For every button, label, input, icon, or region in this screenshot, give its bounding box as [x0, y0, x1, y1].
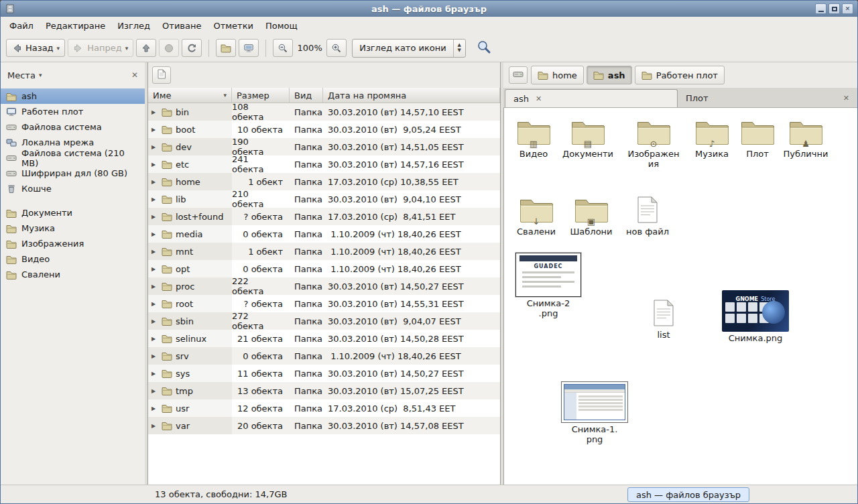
table-row-media[interactable]: ▶media0 обектаПапка 1.10.2009 (чт) 18,40… — [148, 225, 500, 243]
tab-ash[interactable]: ash✕ — [505, 89, 678, 107]
expander-icon[interactable]: ▶ — [151, 196, 158, 202]
table-row-srv[interactable]: ▶srv0 обектаПапка 1.10.2009 (чт) 18,40,2… — [148, 347, 500, 365]
menu-item-3[interactable]: Изглед — [111, 18, 156, 34]
expander-icon[interactable]: ▶ — [151, 353, 158, 359]
icon-item-snimka1[interactable]: Снимка-1.png — [558, 381, 631, 445]
table-row-tmp[interactable]: ▶tmp13 обектаПапка30.03.2010 (вт) 15,07,… — [148, 382, 500, 399]
maximize-button[interactable] — [829, 3, 840, 14]
computer-button[interactable] — [239, 39, 259, 57]
column-header-Име[interactable]: Име▾ — [148, 88, 232, 103]
expander-icon[interactable]: ▶ — [151, 127, 158, 133]
tab-close-icon[interactable]: ✕ — [536, 94, 542, 103]
icon-item-list[interactable]: list — [641, 300, 686, 340]
home-button[interactable] — [216, 39, 236, 57]
icon-item-plot[interactable]: Плот — [737, 119, 778, 160]
pathbar-button-ash[interactable]: ash — [587, 66, 632, 84]
table-row-sys[interactable]: ▶sys11 обектаПапка30.03.2010 (вт) 14,50,… — [148, 365, 500, 382]
expander-icon[interactable]: ▶ — [151, 423, 158, 429]
places-dropdown-icon[interactable]: ▾ — [39, 72, 42, 78]
table-row-boot[interactable]: ▶boot10 обектаПапка30.03.2010 (вт) 9,05,… — [148, 121, 500, 138]
search-button[interactable] — [477, 40, 491, 56]
list-pane-location-button[interactable] — [152, 66, 171, 84]
zoom-out-button[interactable] — [273, 39, 293, 57]
expander-icon[interactable]: ▶ — [151, 284, 158, 290]
icon-item-snimka2[interactable]: GUADECСнимка-2.png — [513, 253, 583, 319]
expander-icon[interactable]: ▶ — [151, 405, 158, 412]
table-row-bin[interactable]: ▶bin108 обектаПапка30.03.2010 (вт) 14,57… — [148, 103, 500, 121]
sidebar-item-Работен плот[interactable]: Работен плот — [1, 104, 145, 119]
sidebar-item-Свалени[interactable]: Свалени — [1, 267, 145, 282]
expander-icon[interactable]: ▶ — [151, 371, 158, 377]
expander-icon[interactable]: ▶ — [151, 162, 158, 168]
icon-item-documents[interactable]: ▤Документи — [559, 119, 617, 160]
places-title[interactable]: Места — [7, 70, 36, 80]
pathbar-root-button[interactable] — [509, 66, 528, 84]
sidebar-item-Документи[interactable]: Документи — [1, 205, 145, 220]
minimize-button[interactable] — [815, 3, 826, 14]
sidebar-item-ash[interactable]: ash — [1, 88, 145, 104]
tab-Плот[interactable]: Плот✕ — [678, 89, 857, 107]
sidebar-item-Видео[interactable]: Видео — [1, 251, 145, 267]
icon-item-images[interactable]: ⊙Изображения — [625, 119, 682, 170]
forward-button[interactable]: Напред ▾ — [68, 39, 133, 57]
expander-icon[interactable]: ▶ — [151, 214, 158, 220]
view-selector[interactable]: Изглед като икони ▲▼ — [352, 39, 466, 58]
expander-icon[interactable]: ▶ — [151, 249, 158, 255]
sidebar-item-Шифриран дял (80 GB)[interactable]: Шифриран дял (80 GB) — [1, 166, 145, 181]
icon-item-snimka[interactable]: GNOME StoreСнимка.png — [719, 290, 792, 344]
table-row-proc[interactable]: ▶proc222 обектаПапка30.03.2010 (вт) 14,5… — [148, 277, 500, 295]
table-row-mnt[interactable]: ▶mnt1 обектПапка 1.10.2009 (чт) 18,40,26… — [148, 243, 500, 260]
icon-item-templates[interactable]: ▣Шаблони — [564, 196, 618, 237]
icon-item-public[interactable]: ♟Публични — [779, 119, 833, 160]
expander-icon[interactable]: ▶ — [151, 388, 158, 394]
expander-icon[interactable]: ▶ — [151, 179, 158, 185]
table-row-root[interactable]: ▶root? обектаПапка30.03.2010 (вт) 14,55,… — [148, 295, 500, 312]
close-button[interactable]: ✕ — [842, 3, 853, 14]
reload-button[interactable] — [182, 39, 202, 57]
sidebar-item-Файлова система (210 MB)[interactable]: Файлова система (210 MB) — [1, 150, 145, 166]
taskbar-window-button[interactable]: ash — файлов браузър — [627, 487, 749, 502]
menu-item-4[interactable]: Отиване — [156, 18, 207, 34]
pathbar-button-Работен плот[interactable]: Работен плот — [635, 66, 725, 84]
places-close-icon[interactable]: ✕ — [131, 70, 138, 80]
expander-icon[interactable]: ▶ — [151, 231, 158, 237]
icon-item-new-file[interactable]: нов файл — [623, 196, 672, 237]
table-row-usr[interactable]: ▶usr12 обектаПапка17.03.2010 (ср) 8,51,4… — [148, 399, 500, 417]
table-row-sbin[interactable]: ▶sbin272 обектаПапка30.03.2010 (вт) 9,04… — [148, 312, 500, 330]
back-dropdown-icon[interactable]: ▾ — [57, 45, 60, 52]
sidebar-item-Музика[interactable]: Музика — [1, 220, 145, 236]
sidebar-item-Изображения[interactable]: Изображения — [1, 236, 145, 251]
menu-item-2[interactable]: Редактиране — [40, 18, 111, 34]
expander-icon[interactable]: ▶ — [151, 266, 158, 272]
table-row-opt[interactable]: ▶opt0 обектаПапка 1.10.2009 (чт) 18,40,2… — [148, 260, 500, 277]
back-button[interactable]: Назад ▾ — [6, 39, 65, 57]
table-row-lost+found[interactable]: ▶lost+found? обектаПапка17.03.2010 (ср) … — [148, 208, 500, 225]
menu-item-5[interactable]: Отметки — [207, 18, 259, 34]
icon-item-downloads[interactable]: ↓Свалени — [509, 196, 563, 237]
column-header-Дата на промяна[interactable]: Дата на промяна — [323, 88, 500, 103]
pathbar-button-home[interactable]: home — [531, 66, 584, 84]
table-row-var[interactable]: ▶var20 обектаПапка30.03.2010 (вт) 14,57,… — [148, 417, 500, 434]
column-header-Размер[interactable]: Размер — [232, 88, 290, 103]
table-row-lib[interactable]: ▶lib210 обектаПапка30.03.2010 (вт) 9,04,… — [148, 190, 500, 208]
expander-icon[interactable]: ▶ — [151, 144, 158, 150]
expander-icon[interactable]: ▶ — [151, 336, 158, 342]
column-header-Вид[interactable]: Вид — [290, 88, 323, 103]
table-row-etc[interactable]: ▶etc241 обектаПапка30.03.2010 (вт) 14,57… — [148, 155, 500, 173]
icon-item-music[interactable]: ♪Музика — [688, 119, 735, 160]
expander-icon[interactable]: ▶ — [151, 109, 158, 115]
sidebar-item-Кошче[interactable]: Кошче — [1, 181, 145, 196]
icon-item-video[interactable]: ▥Видео — [509, 119, 558, 160]
view-selector-spinner-icon[interactable]: ▲▼ — [453, 40, 465, 57]
table-row-selinux[interactable]: ▶selinux21 обектаПапка30.03.2010 (вт) 14… — [148, 330, 500, 347]
table-row-home[interactable]: ▶home1 обектПапка17.03.2010 (ср) 10,38,5… — [148, 173, 500, 190]
sidebar-item-Файлова система[interactable]: Файлова система — [1, 119, 145, 135]
table-row-dev[interactable]: ▶dev190 обектаПапка30.03.2010 (вт) 14,51… — [148, 138, 500, 155]
forward-dropdown-icon[interactable]: ▾ — [125, 45, 129, 52]
expander-icon[interactable]: ▶ — [151, 318, 158, 324]
tab-close-icon[interactable]: ✕ — [843, 94, 849, 103]
menu-item-1[interactable]: Файл — [3, 18, 40, 34]
stop-button[interactable] — [159, 39, 179, 57]
zoom-in-button[interactable] — [326, 39, 347, 57]
expander-icon[interactable]: ▶ — [151, 301, 158, 307]
